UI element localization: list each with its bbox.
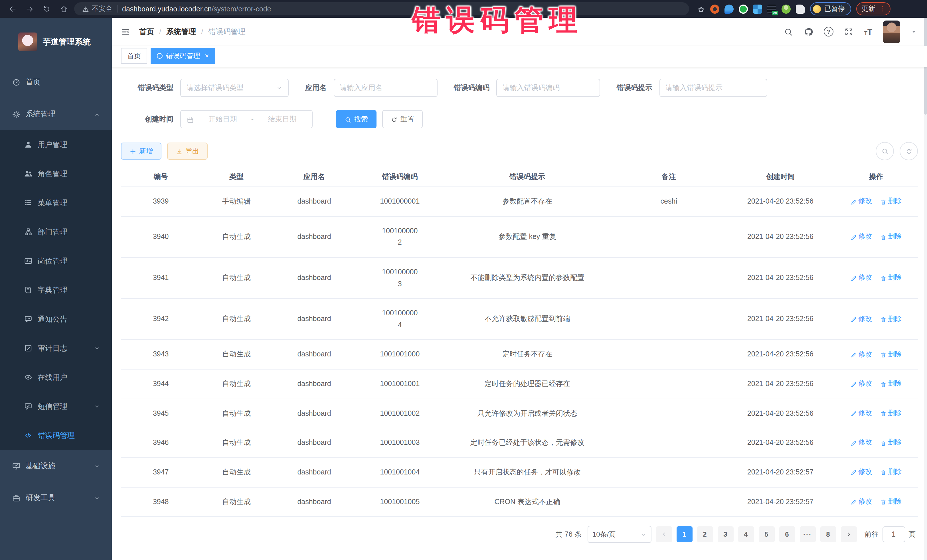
- sidebar-menu-item[interactable]: 系统管理: [0, 98, 112, 130]
- breadcrumb-home[interactable]: 首页: [139, 27, 154, 37]
- table-row[interactable]: 3939 手动编辑 dashboard 1001000001 参数配置不存在 c…: [121, 187, 918, 216]
- sidebar-menu-item[interactable]: 角色管理: [0, 159, 112, 188]
- user-avatar[interactable]: [883, 20, 900, 43]
- sidebar-menu-item[interactable]: 基础设施: [0, 450, 112, 482]
- page-size-select[interactable]: 10条/页: [587, 526, 651, 543]
- edit-link[interactable]: 修改: [850, 408, 872, 419]
- delete-link[interactable]: 删除: [880, 196, 902, 207]
- search-icon[interactable]: [784, 27, 793, 36]
- delete-link[interactable]: 删除: [880, 313, 902, 325]
- tab-close-icon[interactable]: ×: [205, 52, 209, 60]
- edit-link[interactable]: 修改: [850, 378, 872, 390]
- sidebar-logo-row[interactable]: 芋道管理系统: [0, 18, 112, 66]
- edit-link[interactable]: 修改: [850, 313, 872, 325]
- bookmark-star-icon[interactable]: [697, 4, 705, 14]
- tab-home[interactable]: 首页: [121, 48, 147, 64]
- page-number-button[interactable]: 2: [697, 527, 713, 542]
- edit-link[interactable]: 修改: [850, 231, 872, 242]
- sidebar-menu-item[interactable]: 部门管理: [0, 217, 112, 246]
- table-row[interactable]: 3948 自动生成 dashboard 1001001005 CRON 表达式不…: [121, 487, 918, 516]
- extension-icon[interactable]: [781, 4, 791, 14]
- sidebar-menu-item[interactable]: 研发工具: [0, 482, 112, 514]
- breadcrumb-system[interactable]: 系统管理: [166, 27, 196, 37]
- page-number-button[interactable]: 1: [676, 527, 692, 542]
- edit-link[interactable]: 修改: [850, 496, 872, 507]
- edit-link[interactable]: 修改: [850, 437, 872, 449]
- page-number-button[interactable]: 5: [758, 527, 774, 542]
- error-type-select[interactable]: 请选择错误码类型: [180, 79, 289, 97]
- browser-forward-icon[interactable]: [23, 2, 36, 16]
- sidebar-menu-item[interactable]: 首页: [0, 66, 112, 98]
- page-number-button[interactable]: 8: [820, 527, 836, 542]
- edit-link[interactable]: 修改: [850, 466, 872, 478]
- error-hint-input[interactable]: 请输入错误码提示: [659, 79, 767, 97]
- toggle-search-icon-button[interactable]: [876, 142, 894, 160]
- app-name-input[interactable]: 请输入应用名: [333, 79, 437, 97]
- browser-back-icon[interactable]: [6, 2, 20, 16]
- delete-link[interactable]: 删除: [880, 231, 902, 242]
- delete-link[interactable]: 删除: [880, 272, 902, 284]
- delete-link[interactable]: 删除: [880, 437, 902, 449]
- table-row[interactable]: 3942 自动生成 dashboard 100100000 4 不允许获取敏感配…: [121, 299, 918, 340]
- edit-link[interactable]: 修改: [850, 272, 872, 284]
- delete-link[interactable]: 删除: [880, 466, 902, 478]
- sidebar-menu-item[interactable]: 用户管理: [0, 130, 112, 159]
- next-page-button[interactable]: [840, 527, 857, 542]
- avatar-caret-down-icon[interactable]: [911, 29, 917, 35]
- puzzle-extension-icon[interactable]: [796, 4, 805, 14]
- table-row[interactable]: 3941 自动生成 dashboard 100100000 3 不能删除类型为系…: [121, 258, 918, 299]
- page-number-button[interactable]: 3: [717, 527, 733, 542]
- sidebar-menu-item[interactable]: 错误码管理: [0, 421, 112, 450]
- delete-link[interactable]: 删除: [880, 378, 902, 390]
- browser-menu-icon[interactable]: ⋮: [879, 5, 885, 12]
- sidebar-menu-item[interactable]: 在线用户: [0, 363, 112, 392]
- refresh-table-icon-button[interactable]: [900, 142, 918, 160]
- sidebar-menu-item[interactable]: 短信管理: [0, 392, 112, 421]
- sidebar-menu-item[interactable]: 审计日志: [0, 334, 112, 363]
- delete-link[interactable]: 删除: [880, 349, 902, 360]
- delete-link[interactable]: 删除: [880, 496, 902, 507]
- table-row[interactable]: 3946 自动生成 dashboard 1001001003 定时任务已经处于该…: [121, 428, 918, 458]
- github-icon[interactable]: [804, 27, 813, 36]
- sidebar-menu-item[interactable]: 字典管理: [0, 275, 112, 305]
- table-row[interactable]: 3943 自动生成 dashboard 1001001000 定时任务不存在 2…: [121, 340, 918, 369]
- fullscreen-icon[interactable]: [844, 27, 853, 36]
- reset-button[interactable]: 重置: [382, 110, 423, 128]
- table-row[interactable]: 3940 自动生成 dashboard 100100000 2 参数配置 key…: [121, 216, 918, 258]
- browser-home-icon[interactable]: [57, 2, 71, 16]
- page-scrollbar[interactable]: [924, 18, 927, 560]
- extension-icon[interactable]: on: [767, 4, 777, 14]
- sidebar-menu-item[interactable]: 岗位管理: [0, 246, 112, 275]
- table-row[interactable]: 3944 自动生成 dashboard 1001001001 定时任务的处理器已…: [121, 369, 918, 399]
- error-code-input[interactable]: 请输入错误码编码: [496, 79, 600, 97]
- help-icon[interactable]: ?: [824, 27, 833, 36]
- sidebar-menu-item[interactable]: 通知公告: [0, 305, 112, 334]
- edit-link[interactable]: 修改: [850, 349, 872, 360]
- extension-icon[interactable]: [753, 4, 762, 14]
- export-button[interactable]: 导出: [167, 143, 208, 160]
- browser-reload-icon[interactable]: [40, 2, 54, 16]
- browser-update-button[interactable]: 更新 ⋮: [856, 2, 891, 15]
- table-row[interactable]: 3947 自动生成 dashboard 1001001004 只有开启状态的任务…: [121, 458, 918, 487]
- extension-icon[interactable]: [725, 4, 734, 14]
- prev-page-button[interactable]: [656, 527, 672, 542]
- tab-error-code[interactable]: 错误码管理 ×: [150, 48, 215, 64]
- extension-icon[interactable]: [710, 4, 719, 14]
- date-range-picker[interactable]: 开始日期 - 结束日期: [180, 110, 313, 128]
- search-button[interactable]: 搜索: [336, 110, 377, 128]
- extension-icon[interactable]: [739, 4, 748, 14]
- add-button[interactable]: 新增: [121, 143, 161, 160]
- not-secure-warning[interactable]: 不安全: [82, 4, 112, 14]
- font-size-icon[interactable]: TT: [864, 27, 872, 36]
- page-number-button[interactable]: 4: [738, 527, 754, 542]
- profile-paused-badge[interactable]: 已暂停: [810, 2, 851, 15]
- table-row[interactable]: 3945 自动生成 dashboard 1001001002 只允许修改为开启或…: [121, 399, 918, 428]
- page-number-button[interactable]: ···: [799, 527, 816, 542]
- sidebar-menu-item[interactable]: 菜单管理: [0, 188, 112, 217]
- page-number-button[interactable]: 6: [779, 527, 795, 542]
- delete-link[interactable]: 删除: [880, 408, 902, 419]
- address-bar[interactable]: 不安全 dashboard.yudao.iocoder.cn/system/er…: [74, 2, 689, 15]
- goto-page-input[interactable]: 1: [882, 527, 905, 542]
- edit-link[interactable]: 修改: [850, 196, 872, 207]
- sidebar-collapse-icon[interactable]: [121, 27, 130, 37]
